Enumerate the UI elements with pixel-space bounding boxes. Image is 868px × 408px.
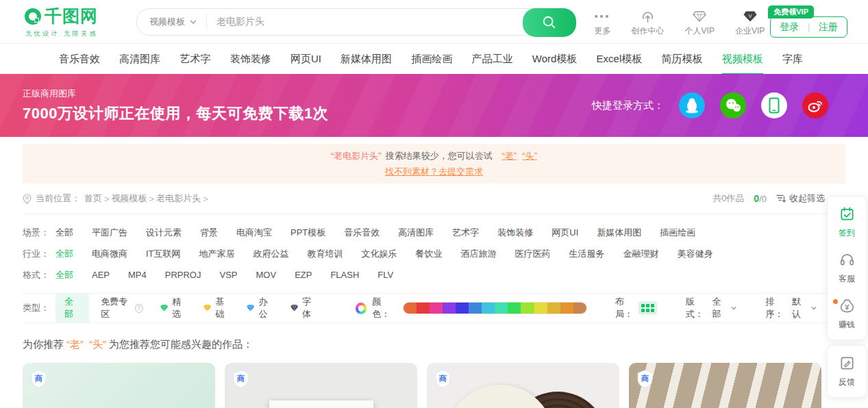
nav-item-高清图库[interactable]: 高清图库 [119, 53, 160, 66]
nav-item-网页UI[interactable]: 网页UI [290, 53, 321, 66]
filter-option[interactable]: 医疗医药 [515, 248, 551, 260]
color-swatch[interactable] [508, 303, 521, 314]
site-logo[interactable]: 千图网 无忧设计 无限灵感 [24, 5, 128, 38]
filter-option[interactable]: 文化娱乐 [362, 248, 397, 260]
color-swatch[interactable] [456, 303, 469, 314]
qq-login-icon[interactable] [679, 92, 705, 118]
color-swatch[interactable] [417, 303, 430, 314]
color-swatch[interactable] [534, 303, 547, 314]
color-swatch[interactable] [469, 303, 482, 314]
filter-option[interactable]: PPT模板 [290, 227, 325, 239]
free-zone-filter[interactable]: 免费专区 ? [101, 296, 143, 320]
float-item-sign-in[interactable]: 签到 [828, 199, 866, 245]
result-card-2[interactable]: 商 [225, 363, 417, 408]
suggestion-link[interactable]: “头” [522, 151, 537, 161]
color-swatch[interactable] [521, 303, 534, 314]
format-dropdown[interactable]: 版式： 全部 [686, 296, 737, 320]
filter-option[interactable]: 背景 [200, 227, 218, 239]
breadcrumb-item[interactable]: 视频模板 [112, 192, 147, 205]
nav-item-新媒体用图[interactable]: 新媒体用图 [340, 53, 392, 66]
filter-option[interactable]: 电商淘宝 [236, 227, 272, 239]
color-swatch[interactable] [495, 303, 508, 314]
filter-option[interactable]: 教育培训 [308, 248, 343, 260]
menu-item-personal-vip[interactable]: 个人VIP [685, 7, 715, 37]
tier-filter-精选[interactable]: 精选 [160, 296, 186, 320]
color-swatch[interactable] [430, 303, 443, 314]
float-item-feedback[interactable]: 反馈 [828, 348, 866, 394]
filter-option[interactable]: 全部 [55, 248, 73, 260]
filter-option[interactable]: 网页UI [551, 227, 578, 239]
nav-item-装饰装修[interactable]: 装饰装修 [230, 53, 271, 66]
filter-option[interactable]: MOV [256, 270, 277, 280]
menu-item-creator-center[interactable]: 创作中心 [632, 7, 665, 37]
tier-filter-基础[interactable]: 基础 [203, 296, 230, 320]
result-card-3[interactable]: 商 [427, 363, 619, 408]
filter-option[interactable]: 餐饮业 [416, 248, 443, 260]
filter-option[interactable]: 酒店旅游 [461, 248, 497, 260]
result-card-4[interactable]: 商 [629, 363, 821, 408]
color-swatch[interactable] [443, 303, 456, 314]
menu-item-enterprise-vip[interactable]: V企业VIP [735, 7, 765, 37]
suggestion-link[interactable]: “老” [502, 151, 517, 161]
sort-dropdown[interactable]: 排序： 默认 [766, 296, 817, 320]
filter-option[interactable]: VSP [219, 270, 237, 280]
filter-option[interactable]: 电商微商 [92, 248, 127, 260]
filter-option[interactable]: 全部 [55, 269, 73, 281]
grid-layout-icon[interactable] [638, 301, 657, 315]
layout-control[interactable]: 布局： [615, 296, 657, 320]
filter-option[interactable]: 全部 [55, 227, 73, 239]
nav-item-Word模板[interactable]: Word模板 [532, 53, 578, 66]
filter-option[interactable]: 金融理财 [623, 248, 659, 260]
wechat-login-icon[interactable] [720, 92, 746, 118]
nav-item-产品工业[interactable]: 产品工业 [472, 53, 513, 66]
color-swatch[interactable] [573, 303, 586, 314]
rainbow-color-icon[interactable] [356, 303, 367, 314]
color-swatch[interactable] [560, 303, 573, 314]
filter-option[interactable]: 生活服务 [569, 248, 605, 260]
filter-option[interactable]: 音乐音效 [344, 227, 380, 239]
recommend-keyword[interactable]: “头” [89, 338, 106, 351]
filter-option[interactable]: 平面广告 [92, 227, 127, 239]
filter-option[interactable]: PRPROJ [165, 270, 201, 280]
help-icon[interactable]: ? [135, 304, 143, 313]
filter-option[interactable]: AEP [92, 270, 110, 280]
register-label[interactable]: 注册 [819, 21, 838, 34]
color-swatch[interactable] [404, 303, 417, 314]
menu-item-more[interactable]: •••更多 [595, 7, 611, 37]
float-item-earn-money[interactable]: 赚钱 [828, 291, 866, 337]
result-card-1[interactable]: 商 [23, 363, 215, 408]
filter-option[interactable]: 设计元素 [146, 227, 182, 239]
filter-option[interactable]: EZP [295, 270, 312, 280]
filter-option[interactable]: 政府公益 [253, 248, 289, 260]
filter-option[interactable]: FLV [377, 270, 393, 280]
filter-option[interactable]: 高清图库 [398, 227, 434, 239]
nav-item-字库[interactable]: 字库 [782, 53, 803, 66]
filter-option[interactable]: 美容健身 [678, 248, 713, 260]
filter-option[interactable]: 新媒体用图 [597, 227, 641, 239]
search-category-select[interactable]: 视频模板 [137, 16, 206, 28]
type-all-button[interactable]: 全部 [55, 293, 89, 323]
login-register-button[interactable]: 登录 ｜ 注册 [770, 16, 847, 38]
search-input[interactable] [207, 16, 575, 27]
filter-option[interactable]: 装饰装修 [497, 227, 533, 239]
tier-filter-字体[interactable]: 字体 [290, 296, 317, 320]
promo-banner[interactable]: 正版商用图库 7000万设计师正在使用，每天可免费下载1次 快捷登录方式： [0, 74, 868, 137]
breadcrumb-item[interactable]: 首页 [84, 192, 102, 205]
filter-option[interactable]: 插画绘画 [660, 227, 695, 239]
filter-option[interactable]: 艺术字 [452, 227, 479, 239]
tier-filter-办公[interactable]: 办公 [247, 296, 273, 320]
recommend-keyword[interactable]: “老” [66, 338, 84, 351]
color-swatch[interactable] [482, 303, 495, 314]
filter-option[interactable]: FLASH [330, 270, 359, 280]
weibo-login-icon[interactable] [802, 92, 828, 118]
nav-item-音乐音效[interactable]: 音乐音效 [59, 53, 100, 66]
filter-option[interactable]: IT互联网 [146, 248, 181, 260]
search-button[interactable] [523, 8, 576, 37]
collapse-filter-button[interactable]: 收起筛选 [776, 192, 825, 205]
filter-option[interactable]: 地产家居 [199, 248, 235, 260]
filter-option[interactable]: MP4 [128, 270, 147, 280]
nav-item-插画绘画[interactable]: 插画绘画 [411, 53, 452, 66]
color-swatch[interactable] [547, 303, 560, 314]
float-item-customer-service[interactable]: 客服 [828, 245, 866, 291]
nav-item-简历模板[interactable]: 简历模板 [661, 53, 702, 66]
